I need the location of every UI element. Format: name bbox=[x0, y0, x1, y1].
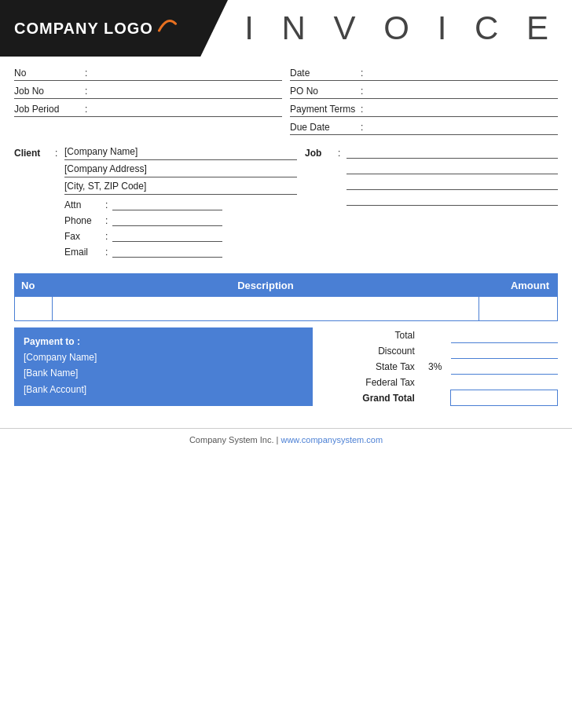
discount-label: Discount bbox=[313, 343, 420, 359]
table-body-row bbox=[15, 297, 558, 320]
email-value bbox=[112, 245, 222, 258]
header: COMPANY LOGO I N V O I C E bbox=[0, 0, 572, 57]
job-label: Job bbox=[305, 146, 338, 261]
payment-bank: [Bank Name] bbox=[24, 365, 303, 381]
date-colon: : bbox=[361, 68, 363, 79]
info-row-jobperiod: Job Period : bbox=[14, 102, 282, 117]
grand-total-value bbox=[451, 390, 558, 406]
job-block: Job : bbox=[297, 146, 558, 261]
info-row-no: No : bbox=[14, 66, 282, 81]
client-attn-row: Attn : bbox=[64, 198, 297, 210]
logo-block: COMPANY LOGO bbox=[0, 0, 228, 57]
info-row-duedate: Due Date : bbox=[290, 120, 558, 135]
email-colon: : bbox=[105, 247, 108, 258]
job-colon: : bbox=[338, 146, 340, 261]
discount-row: Discount bbox=[313, 343, 558, 359]
client-fields: [Company Name] [Company Address] [City, … bbox=[64, 146, 297, 261]
jobperiod-colon: : bbox=[85, 104, 87, 115]
client-phone-row: Phone : bbox=[64, 214, 297, 226]
jobperiod-label: Job Period bbox=[14, 104, 85, 115]
footer: Company System Inc. | www.companysystem.… bbox=[0, 428, 572, 455]
total-pct bbox=[420, 327, 451, 343]
client-company-address: [Company Address] bbox=[64, 163, 297, 177]
fax-value bbox=[112, 229, 222, 242]
footer-link[interactable]: www.companysystem.com bbox=[280, 435, 383, 444]
federal-tax-pct bbox=[420, 375, 451, 390]
info-left: No : Job No : Job Period : bbox=[14, 66, 282, 138]
attn-label: Attn bbox=[64, 199, 105, 210]
federal-tax-row: Federal Tax bbox=[313, 375, 558, 390]
client-fax-row: Fax : bbox=[64, 229, 297, 242]
no-label: No bbox=[14, 68, 85, 79]
invoice-title: I N V O I C E bbox=[244, 9, 558, 47]
total-value bbox=[451, 327, 558, 343]
federal-tax-label: Federal Tax bbox=[313, 375, 420, 390]
email-label: Email bbox=[64, 247, 105, 258]
body-desc bbox=[53, 297, 479, 320]
client-colon: : bbox=[55, 146, 64, 261]
phone-label: Phone bbox=[64, 215, 105, 226]
payment-label: Payment to : bbox=[24, 334, 303, 349]
pono-label: PO No bbox=[290, 86, 361, 97]
jobno-colon: : bbox=[85, 86, 87, 97]
state-tax-row: State Tax 3% bbox=[313, 359, 558, 375]
job-line-1 bbox=[346, 146, 558, 159]
footer-text: Company System Inc. | bbox=[189, 435, 281, 444]
fax-colon: : bbox=[105, 231, 108, 242]
payment-block: Payment to : [Company Name] [Bank Name] … bbox=[14, 327, 313, 406]
info-row-date: Date : bbox=[290, 66, 558, 81]
jobno-label: Job No bbox=[14, 86, 85, 97]
attn-value bbox=[112, 198, 222, 210]
pono-colon: : bbox=[361, 86, 363, 97]
col-amount-header: Amount bbox=[479, 274, 558, 298]
col-no-header: No bbox=[15, 274, 53, 298]
grand-total-row: Grand Total bbox=[313, 390, 558, 406]
invoice-table: No Description Amount bbox=[14, 273, 558, 321]
federal-tax-value bbox=[451, 375, 558, 390]
payterms-label: Payment Terms bbox=[290, 104, 361, 115]
grand-total-label: Grand Total bbox=[313, 390, 420, 406]
payment-account: [Bank Account] bbox=[24, 382, 303, 397]
duedate-label: Due Date bbox=[290, 122, 361, 133]
job-line-2 bbox=[346, 162, 558, 174]
client-job-section: Client : [Company Name] [Company Address… bbox=[0, 138, 572, 261]
client-label: Client bbox=[14, 146, 55, 261]
date-label: Date bbox=[290, 68, 361, 79]
body-no bbox=[15, 297, 53, 320]
job-line-4 bbox=[346, 193, 558, 206]
logo-text: COMPANY LOGO bbox=[14, 20, 153, 38]
info-right: Date : PO No : Payment Terms : Due Date … bbox=[290, 66, 558, 138]
totals-payment-section: Payment to : [Company Name] [Bank Name] … bbox=[0, 321, 572, 407]
col-desc-header: Description bbox=[53, 274, 479, 298]
info-row-pono: PO No : bbox=[290, 84, 558, 99]
invoice-title-block: I N V O I C E bbox=[228, 0, 572, 57]
total-row: Total bbox=[313, 327, 558, 343]
info-section: No : Job No : Job Period : Date : PO No … bbox=[0, 57, 572, 138]
client-company-name: [Company Name] bbox=[64, 146, 297, 160]
totals-block: Total Discount State Tax 3% Federal Tax … bbox=[313, 327, 558, 407]
state-tax-value bbox=[451, 359, 558, 375]
duedate-colon: : bbox=[361, 122, 363, 133]
state-tax-pct: 3% bbox=[420, 359, 451, 375]
client-block: Client : [Company Name] [Company Address… bbox=[14, 146, 297, 261]
state-tax-label: State Tax bbox=[313, 359, 420, 375]
job-fields bbox=[346, 146, 558, 261]
discount-value bbox=[451, 343, 558, 359]
phone-colon: : bbox=[105, 215, 108, 226]
phone-value bbox=[112, 214, 222, 226]
table-header-row: No Description Amount bbox=[15, 274, 558, 298]
logo-arc-icon bbox=[156, 18, 178, 32]
total-label: Total bbox=[313, 327, 420, 343]
job-line-3 bbox=[346, 177, 558, 190]
no-colon: : bbox=[85, 68, 87, 79]
fax-label: Fax bbox=[64, 231, 105, 242]
info-row-jobno: Job No : bbox=[14, 84, 282, 99]
attn-colon: : bbox=[105, 199, 108, 210]
totals-table: Total Discount State Tax 3% Federal Tax … bbox=[313, 327, 558, 407]
payterms-colon: : bbox=[361, 104, 363, 115]
client-email-row: Email : bbox=[64, 245, 297, 258]
client-city-state-zip: [City, ST, ZIP Code] bbox=[64, 181, 297, 195]
discount-pct bbox=[420, 343, 451, 359]
info-row-payterms: Payment Terms : bbox=[290, 102, 558, 117]
grand-total-pct bbox=[420, 390, 451, 406]
